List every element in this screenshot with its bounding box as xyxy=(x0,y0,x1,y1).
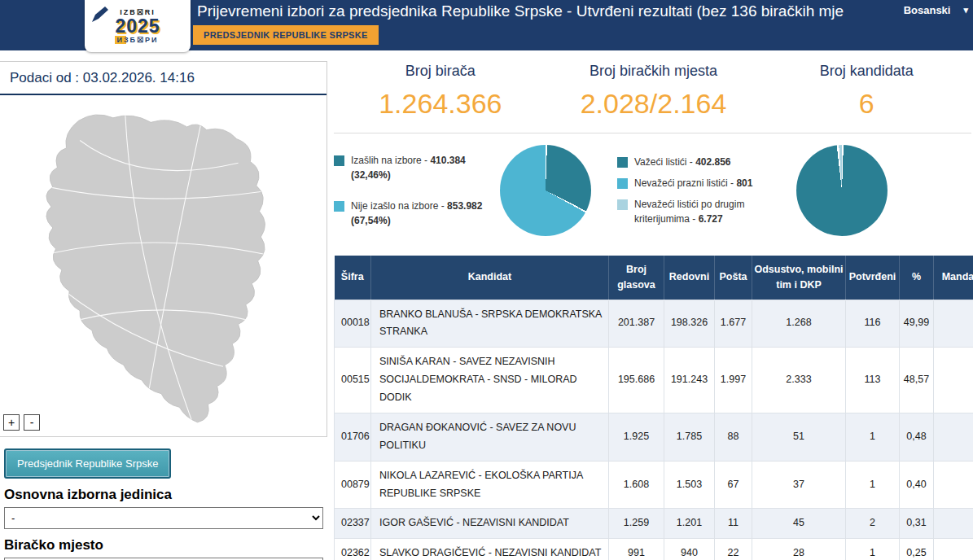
cell-sifra: 02337 xyxy=(335,509,371,539)
cell-redovni: 1.503 xyxy=(664,461,715,509)
col-kandidat: Kandidat xyxy=(371,256,609,300)
results-table: Šifra Kandidat Broj glasova Redovni Pošt… xyxy=(334,256,973,560)
stat-value: 2.028/2.164 xyxy=(547,88,760,120)
stat-label: Broj birača xyxy=(334,63,547,80)
language-label: Bosanski xyxy=(904,4,951,16)
cell-kandidat: IGOR GAŠEVIĆ - NEZAVISNI KANDIDAT xyxy=(371,509,609,539)
stat-broj-biraca: Broj birača 1.264.366 xyxy=(334,63,547,120)
cell-mandat xyxy=(934,509,973,539)
col-posta: Pošta xyxy=(715,256,752,300)
results-panel: Broj birača 1.264.366 Broj biračkih mjes… xyxy=(327,61,973,560)
cell-glasova: 195.686 xyxy=(609,348,664,413)
stat-birackih-mjesta: Broj biračkih mjesta 2.028/2.164 xyxy=(547,63,760,120)
osnovna-izborna-jedinica-label: Osnovna izborna jedinica xyxy=(4,487,327,503)
legend-item: Važeći listići - 402.856 xyxy=(617,155,772,169)
cell-posta: 22 xyxy=(715,539,752,560)
logo-year: 2025 xyxy=(115,16,160,36)
legend-text: Izašlih na izbore - 410.384 (32,46%) xyxy=(351,153,489,182)
tab-predsjednik-republike-srpske[interactable]: PREDSJEDNIK REPUBLIKE SRPSKE xyxy=(193,25,379,45)
stat-broj-kandidata: Broj kandidata 6 xyxy=(760,63,973,120)
map-card: Podaci od : 03.02.2026. 14:16 xyxy=(0,61,327,437)
cell-odsustvo: 51 xyxy=(752,413,846,461)
cell-sifra: 01706 xyxy=(335,413,371,461)
charts-row: Izašlih na izbore - 410.384 (32,46%) Nij… xyxy=(334,133,973,249)
cell-pct: 0,40 xyxy=(900,461,934,509)
legend-swatch xyxy=(617,178,628,189)
zoom-in-button[interactable]: + xyxy=(3,414,20,431)
summary-stats: Broj birača 1.264.366 Broj biračkih mjes… xyxy=(334,61,973,133)
osnovna-izborna-jedinica-select[interactable]: - xyxy=(4,507,323,529)
map-zoom-controls: + - xyxy=(3,414,40,431)
header: IZB☒RI 2025 ИЗБ☒РИ Prijevremeni izbori z… xyxy=(0,0,973,50)
stat-value: 6 xyxy=(760,88,973,120)
logo-line2: ИЗБ☒РИ xyxy=(115,36,160,44)
table-row: 00879 NIKOLA LAZAREVIĆ - EKOLOŠKA PARTIJ… xyxy=(335,461,973,509)
cell-odsustvo: 1.268 xyxy=(752,300,846,348)
cell-posta: 88 xyxy=(715,413,752,461)
cell-glasova: 991 xyxy=(609,539,664,560)
cell-potvrdjeni: 1 xyxy=(846,461,900,509)
table-row: 02362 SLAVKO DRAGIČEVIĆ - NEZAVISNI KAND… xyxy=(335,539,973,560)
cell-sifra: 00018 xyxy=(335,300,371,348)
cell-redovni: 198.326 xyxy=(664,300,715,348)
cell-odsustvo: 37 xyxy=(752,461,846,509)
cell-kandidat: BRANKO BLANUŠA - SRPSKA DEMOKRATSKA STRA… xyxy=(371,300,609,348)
legend-swatch xyxy=(334,201,344,212)
bosnia-map[interactable]: + - xyxy=(0,95,327,432)
legend-swatch xyxy=(617,199,628,210)
cell-pct: 48,57 xyxy=(900,348,934,413)
cell-kandidat: SLAVKO DRAGIČEVIĆ - NEZAVISNI KANDIDAT xyxy=(371,539,609,560)
turnout-legend: Izašlih na izbore - 410.384 (32,46%) Nij… xyxy=(334,153,489,228)
cell-pct: 0,31 xyxy=(900,509,934,539)
legend-swatch xyxy=(617,157,628,168)
cell-redovni: 1.201 xyxy=(664,509,715,539)
legend-item: Nevažeći listići po drugim kriterijumima… xyxy=(617,197,772,226)
cell-odsustvo: 28 xyxy=(752,539,846,560)
col-mandat: Mandat xyxy=(934,256,973,300)
cell-pct: 49,99 xyxy=(900,300,934,348)
cell-redovni: 940 xyxy=(664,539,715,560)
zoom-out-button[interactable]: - xyxy=(24,414,40,431)
legend-text: Važeći listići - 402.856 xyxy=(634,155,731,169)
cell-posta: 11 xyxy=(715,509,752,539)
legend-text: Nije izašlo na izbore - 853.982 (67,54%) xyxy=(351,199,489,228)
content: Podaci od : 03.02.2026. 14:16 xyxy=(0,50,973,560)
cell-kandidat: NIKOLA LAZAREVIĆ - EKOLOŠKA PARTIJA REPU… xyxy=(371,461,609,509)
pencil-icon xyxy=(91,6,109,27)
legend-text: Nevažeći listići po drugim kriterijumima… xyxy=(634,197,772,226)
cell-posta: 1.997 xyxy=(715,348,752,413)
table-row: 02337 IGOR GAŠEVIĆ - NEZAVISNI KANDIDAT … xyxy=(335,509,973,539)
legend-item: Nije izašlo na izbore - 853.982 (67,54%) xyxy=(334,199,489,228)
stat-label: Broj biračkih mjesta xyxy=(547,63,760,80)
chevron-down-icon: ▾ xyxy=(963,5,968,15)
race-filter-button[interactable]: Predsjednik Republike Srpske xyxy=(4,448,171,479)
biracko-mjesto-label: Biračko mjesto xyxy=(4,537,327,553)
cell-posta: 1.677 xyxy=(715,300,752,348)
page-title: Prijevremeni izbori za predsjednika Repu… xyxy=(197,2,844,20)
cell-potvrdjeni: 113 xyxy=(846,348,900,413)
cell-glasova: 1.608 xyxy=(609,461,664,509)
cell-sifra: 00515 xyxy=(335,348,371,413)
table-row: 00515 SINIŠA KARAN - SAVEZ NEZAVISNIH SO… xyxy=(335,348,973,413)
legend-text: Nevažeći prazni listići - 801 xyxy=(634,176,752,190)
table-row: 00018 BRANKO BLANUŠA - SRPSKA DEMOKRATSK… xyxy=(335,300,973,348)
col-potvrdjeni: Potvrđeni xyxy=(846,256,900,300)
bosnia-outline xyxy=(46,115,265,422)
cell-potvrdjeni: 1 xyxy=(846,413,900,461)
col-broj-glasova: Broj glasova xyxy=(609,256,664,300)
legend-item: Nevažeći prazni listići - 801 xyxy=(617,176,772,190)
izbori-2025-logo: IZB☒RI 2025 ИЗБ☒РИ xyxy=(85,0,191,52)
ballots-pie-chart xyxy=(796,145,888,236)
cell-sifra: 02362 xyxy=(335,539,371,560)
cell-kandidat: SINIŠA KARAN - SAVEZ NEZAVISNIH SOCIJALD… xyxy=(371,348,609,413)
cell-odsustvo: 45 xyxy=(752,509,846,539)
language-selector[interactable]: Bosanski ▾ xyxy=(904,4,968,16)
cell-pct: 0,48 xyxy=(900,413,934,461)
cell-redovni: 1.785 xyxy=(664,413,715,461)
cell-sifra: 00879 xyxy=(335,461,371,509)
col-sifra: Šifra xyxy=(335,256,371,300)
legend-swatch xyxy=(334,155,344,166)
cell-redovni: 191.243 xyxy=(664,348,715,413)
cell-posta: 67 xyxy=(715,461,752,509)
col-redovni: Redovni xyxy=(664,256,715,300)
